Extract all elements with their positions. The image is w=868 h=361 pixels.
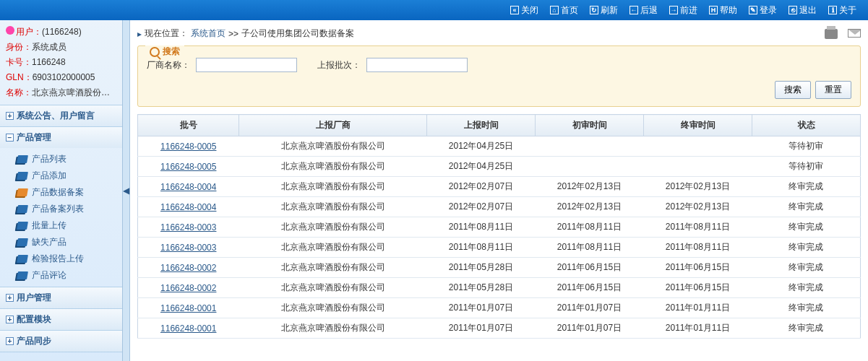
sidebar-item-label: 产品数据备案: [32, 186, 84, 199]
table-cell: 2011年01月07日: [427, 298, 536, 318]
table-cell: 2012年02月13日: [536, 177, 644, 197]
table-cell: 2012年02月07日: [427, 197, 536, 217]
toolbar-exit[interactable]: ⎋退出: [784, 3, 821, 18]
book-icon: [17, 205, 28, 213]
search-button[interactable]: 搜索: [775, 81, 811, 99]
table-cell: 终审完成: [752, 177, 861, 197]
table-cell: 终审完成: [752, 278, 861, 298]
book-icon: [17, 155, 28, 163]
sidebar-item-0[interactable]: 产品列表: [0, 151, 122, 168]
table-row: 1166248-0002北京燕京啤酒股份有限公司2011年05月28日2011年…: [138, 278, 861, 298]
toolbar-forward[interactable]: →前进: [665, 3, 702, 18]
batch-link[interactable]: 1166248-0001: [160, 323, 216, 334]
table-cell: 2011年01月07日: [536, 318, 644, 339]
toolbar-refresh[interactable]: ↻刷新: [585, 3, 622, 18]
batch-link[interactable]: 1166248-0002: [160, 283, 216, 293]
sidebar-item-2[interactable]: 产品数据备案: [0, 184, 122, 201]
batch-link[interactable]: 1166248-0005: [160, 162, 216, 172]
table-cell: 2012年02月13日: [644, 177, 752, 197]
toolbar-back[interactable]: ←后退: [625, 3, 662, 18]
user-icon: [6, 26, 14, 35]
table-row: 1166248-0003北京燕京啤酒股份有限公司2011年08月11日2011年…: [138, 238, 861, 258]
table-row: 1166248-0003北京燕京啤酒股份有限公司2011年08月11日2011年…: [138, 217, 861, 238]
toolbar-login[interactable]: ✎登录: [744, 3, 781, 18]
table-cell: 2011年06月15日: [536, 278, 644, 298]
reset-button[interactable]: 重置: [815, 81, 851, 99]
exit-icon: ⎋: [788, 6, 797, 14]
search-legend: 搜索: [145, 45, 184, 58]
sidebar-item-label: 检验报告上传: [32, 253, 84, 265]
batch-link[interactable]: 1166248-0001: [160, 303, 216, 313]
table-cell: [536, 157, 644, 177]
batch-link[interactable]: 1166248-0003: [160, 222, 216, 232]
menu-group-product[interactable]: −产品管理: [0, 127, 122, 148]
menu-group-sync[interactable]: +产品同步: [0, 331, 122, 352]
batch-link[interactable]: 1166248-0004: [160, 202, 216, 212]
table-header: 终审时间: [644, 115, 752, 136]
sidebar-item-6[interactable]: 检验报告上传: [0, 251, 122, 267]
table-header: 上报厂商: [239, 115, 427, 136]
breadcrumb-prefix: 现在位置：: [145, 27, 188, 40]
table-header: 初审时间: [536, 115, 644, 136]
user-value: (1166248): [42, 27, 82, 37]
batch-link[interactable]: 1166248-0002: [160, 263, 216, 273]
table-cell: 北京燕京啤酒股份有限公司: [239, 157, 427, 177]
menu-group-config[interactable]: +配置模块: [0, 309, 122, 330]
batch-link[interactable]: 1166248-0005: [160, 142, 216, 152]
breadcrumb-home-link[interactable]: 系统首页: [191, 27, 225, 40]
vendor-name-label: 厂商名称：: [147, 59, 190, 71]
sidebar-item-4[interactable]: 批量上传: [0, 217, 122, 234]
book-icon: [17, 238, 28, 246]
forward-icon: →: [669, 6, 678, 14]
table-row: 1166248-0001北京燕京啤酒股份有限公司2011年01月07日2011年…: [138, 318, 861, 339]
table-cell: 1166248-0003: [138, 238, 239, 258]
table-cell: 1166248-0005: [138, 136, 239, 157]
table-cell: 终审完成: [752, 217, 861, 238]
sidebar-item-label: 产品备案列表: [32, 203, 84, 215]
sidebar-item-7[interactable]: 产品评论: [0, 267, 122, 284]
batch-link[interactable]: 1166248-0003: [160, 243, 216, 253]
name-value: 北京燕京啤酒股份…: [32, 87, 110, 97]
toolbar-close[interactable]: «关闭: [506, 3, 543, 18]
about-icon: ℹ: [828, 6, 837, 14]
batch-link[interactable]: 1166248-0004: [160, 182, 216, 192]
report-batch-label: 上报批次：: [317, 59, 361, 71]
table-cell: [644, 157, 752, 177]
menu-group-user[interactable]: +用户管理: [0, 287, 122, 308]
table-cell: 北京燕京啤酒股份有限公司: [239, 258, 427, 278]
table-cell: 2011年08月11日: [536, 238, 644, 258]
table-row: 1166248-0001北京燕京啤酒股份有限公司2011年01月07日2011年…: [138, 298, 861, 318]
sidebar-item-label: 产品列表: [32, 153, 66, 165]
user-info-panel: 用户：(1166248) 身份：系统成员 卡号：1166248 GLN：6903…: [0, 20, 122, 105]
toolbar-home[interactable]: ⌂首页: [546, 3, 583, 18]
table-cell: 2011年06月15日: [536, 258, 644, 278]
vendor-name-input[interactable]: [196, 58, 297, 72]
expand-icon: +: [6, 316, 14, 323]
sidebar-item-3[interactable]: 产品备案列表: [0, 201, 122, 217]
table-cell: 2011年08月11日: [427, 217, 536, 238]
table-cell: 2012年02月13日: [536, 197, 644, 217]
sidebar-item-1[interactable]: 产品添加: [0, 168, 122, 184]
table-row: 1166248-0004北京燕京啤酒股份有限公司2012年02月07日2012年…: [138, 177, 861, 197]
table-cell: 2011年01月11日: [644, 318, 752, 339]
toolbar-help[interactable]: H帮助: [705, 3, 742, 18]
sidebar-item-5[interactable]: 缺失产品: [0, 234, 122, 251]
table-cell: 北京燕京啤酒股份有限公司: [239, 318, 427, 339]
print-icon[interactable]: [825, 29, 838, 39]
mail-icon[interactable]: [848, 29, 861, 38]
expand-icon: +: [6, 294, 14, 302]
table-cell: 2011年01月07日: [536, 298, 644, 318]
table-cell: 1166248-0003: [138, 217, 239, 238]
close-icon: «: [510, 6, 519, 14]
table-cell: 1166248-0001: [138, 298, 239, 318]
table-header: 状态: [752, 115, 861, 136]
menu-group-notice[interactable]: +系统公告、用户留言: [0, 105, 122, 126]
report-batch-input[interactable]: [366, 58, 468, 72]
toolbar-about[interactable]: ℹ关于: [824, 3, 861, 18]
table-header: 上报时间: [427, 115, 536, 136]
table-cell: 1166248-0001: [138, 318, 239, 339]
sidebar-collapse-handle[interactable]: ◀: [123, 20, 130, 361]
table-header: 批号: [138, 115, 239, 136]
breadcrumb: ▸ 现在位置： 系统首页 >> 子公司使用集团公司数据备案: [137, 25, 861, 45]
help-icon: H: [709, 6, 718, 14]
